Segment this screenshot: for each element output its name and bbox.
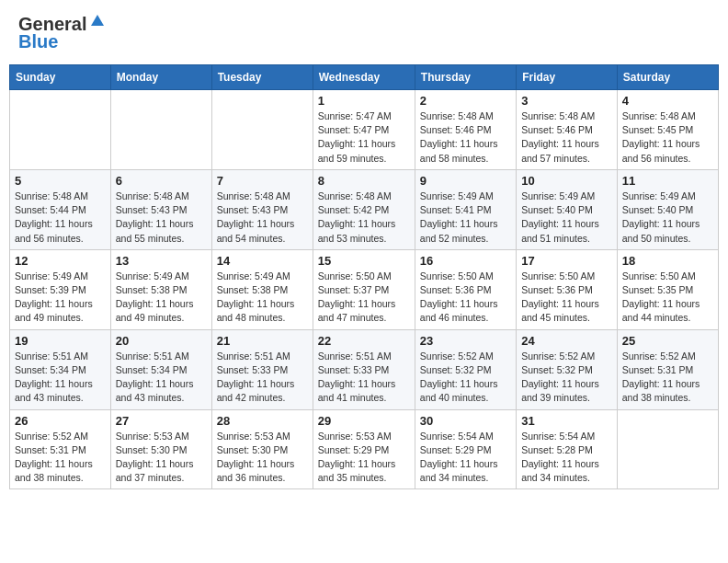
day-header-sunday: Sunday (10, 65, 111, 90)
day-number: 24 (521, 334, 612, 348)
calendar-cell: 12Sunrise: 5:49 AM Sunset: 5:39 PM Dayli… (10, 249, 111, 329)
week-row-4: 19Sunrise: 5:51 AM Sunset: 5:34 PM Dayli… (10, 329, 719, 409)
cell-content: Sunrise: 5:49 AM Sunset: 5:41 PM Dayligh… (420, 190, 511, 246)
day-number: 30 (420, 414, 511, 428)
cell-content: Sunrise: 5:53 AM Sunset: 5:30 PM Dayligh… (217, 430, 308, 486)
page-header: General Blue (9, 9, 719, 57)
calendar-body: 1Sunrise: 5:47 AM Sunset: 5:47 PM Daylig… (10, 90, 719, 489)
day-number: 12 (15, 254, 106, 268)
calendar-cell: 31Sunrise: 5:54 AM Sunset: 5:28 PM Dayli… (517, 409, 618, 489)
day-number: 18 (622, 254, 713, 268)
week-row-3: 12Sunrise: 5:49 AM Sunset: 5:39 PM Dayli… (10, 249, 719, 329)
day-number: 13 (116, 254, 207, 268)
calendar-cell: 6Sunrise: 5:48 AM Sunset: 5:43 PM Daylig… (110, 169, 211, 249)
day-number: 17 (521, 254, 612, 268)
cell-content: Sunrise: 5:48 AM Sunset: 5:46 PM Dayligh… (420, 109, 511, 166)
week-row-2: 5Sunrise: 5:48 AM Sunset: 5:44 PM Daylig… (10, 169, 719, 249)
logo: General Blue (18, 14, 106, 52)
cell-content: Sunrise: 5:52 AM Sunset: 5:31 PM Dayligh… (622, 350, 713, 406)
day-header-row: SundayMondayTuesdayWednesdayThursdayFrid… (10, 65, 719, 90)
day-header-thursday: Thursday (415, 65, 516, 90)
cell-content: Sunrise: 5:51 AM Sunset: 5:34 PM Dayligh… (15, 350, 106, 406)
calendar-cell: 11Sunrise: 5:49 AM Sunset: 5:40 PM Dayli… (617, 169, 718, 249)
day-number: 11 (622, 174, 713, 188)
logo-blue-text: Blue (18, 31, 58, 52)
calendar-cell: 1Sunrise: 5:47 AM Sunset: 5:47 PM Daylig… (313, 90, 415, 170)
week-row-5: 26Sunrise: 5:52 AM Sunset: 5:31 PM Dayli… (10, 409, 719, 489)
day-header-friday: Friday (517, 65, 618, 90)
calendar-cell: 2Sunrise: 5:48 AM Sunset: 5:46 PM Daylig… (415, 90, 516, 170)
calendar-cell: 8Sunrise: 5:48 AM Sunset: 5:42 PM Daylig… (313, 169, 415, 249)
calendar-cell: 17Sunrise: 5:50 AM Sunset: 5:36 PM Dayli… (517, 249, 618, 329)
calendar-cell (110, 90, 211, 170)
day-number: 16 (420, 254, 511, 268)
day-number: 20 (116, 334, 207, 348)
cell-content: Sunrise: 5:52 AM Sunset: 5:31 PM Dayligh… (15, 430, 106, 486)
day-header-monday: Monday (110, 65, 211, 90)
day-number: 19 (15, 334, 106, 348)
day-number: 3 (521, 94, 612, 108)
day-number: 14 (217, 254, 308, 268)
cell-content: Sunrise: 5:53 AM Sunset: 5:30 PM Dayligh… (116, 430, 207, 486)
calendar-cell: 26Sunrise: 5:52 AM Sunset: 5:31 PM Dayli… (10, 409, 111, 489)
day-number: 7 (217, 174, 308, 188)
day-header-wednesday: Wednesday (313, 65, 415, 90)
cell-content: Sunrise: 5:51 AM Sunset: 5:33 PM Dayligh… (217, 350, 308, 406)
day-number: 9 (420, 174, 511, 188)
cell-content: Sunrise: 5:54 AM Sunset: 5:29 PM Dayligh… (420, 430, 511, 486)
cell-content: Sunrise: 5:47 AM Sunset: 5:47 PM Dayligh… (318, 109, 410, 166)
cell-content: Sunrise: 5:54 AM Sunset: 5:28 PM Dayligh… (521, 430, 612, 486)
cell-content: Sunrise: 5:50 AM Sunset: 5:36 PM Dayligh… (521, 270, 612, 326)
calendar-cell: 22Sunrise: 5:51 AM Sunset: 5:33 PM Dayli… (313, 329, 415, 409)
calendar-cell (10, 90, 111, 170)
calendar-cell: 30Sunrise: 5:54 AM Sunset: 5:29 PM Dayli… (415, 409, 516, 489)
day-number: 4 (622, 94, 713, 108)
calendar-cell: 18Sunrise: 5:50 AM Sunset: 5:35 PM Dayli… (617, 249, 718, 329)
day-number: 27 (116, 414, 207, 428)
calendar-cell: 3Sunrise: 5:48 AM Sunset: 5:46 PM Daylig… (517, 90, 618, 170)
calendar-table: SundayMondayTuesdayWednesdayThursdayFrid… (9, 64, 719, 489)
day-number: 21 (217, 334, 308, 348)
calendar-cell: 7Sunrise: 5:48 AM Sunset: 5:43 PM Daylig… (211, 169, 313, 249)
calendar-cell: 19Sunrise: 5:51 AM Sunset: 5:34 PM Dayli… (10, 329, 111, 409)
logo-arrow-icon (89, 13, 106, 33)
day-number: 8 (318, 174, 410, 188)
calendar-cell: 29Sunrise: 5:53 AM Sunset: 5:29 PM Dayli… (313, 409, 415, 489)
day-number: 6 (116, 174, 207, 188)
day-number: 29 (318, 414, 410, 428)
day-header-tuesday: Tuesday (211, 65, 313, 90)
day-number: 2 (420, 94, 511, 108)
day-number: 1 (318, 94, 410, 108)
cell-content: Sunrise: 5:51 AM Sunset: 5:33 PM Dayligh… (318, 350, 410, 406)
day-number: 28 (217, 414, 308, 428)
cell-content: Sunrise: 5:48 AM Sunset: 5:44 PM Dayligh… (15, 190, 106, 246)
day-number: 15 (318, 254, 410, 268)
calendar-cell: 16Sunrise: 5:50 AM Sunset: 5:36 PM Dayli… (415, 249, 516, 329)
cell-content: Sunrise: 5:53 AM Sunset: 5:29 PM Dayligh… (318, 430, 410, 486)
cell-content: Sunrise: 5:49 AM Sunset: 5:38 PM Dayligh… (217, 270, 308, 326)
day-number: 25 (622, 334, 713, 348)
cell-content: Sunrise: 5:49 AM Sunset: 5:39 PM Dayligh… (15, 270, 106, 326)
calendar-cell: 9Sunrise: 5:49 AM Sunset: 5:41 PM Daylig… (415, 169, 516, 249)
calendar-cell: 5Sunrise: 5:48 AM Sunset: 5:44 PM Daylig… (10, 169, 111, 249)
calendar-cell: 27Sunrise: 5:53 AM Sunset: 5:30 PM Dayli… (110, 409, 211, 489)
day-number: 31 (521, 414, 612, 428)
calendar-cell: 28Sunrise: 5:53 AM Sunset: 5:30 PM Dayli… (211, 409, 313, 489)
cell-content: Sunrise: 5:51 AM Sunset: 5:34 PM Dayligh… (116, 350, 207, 406)
calendar-cell: 15Sunrise: 5:50 AM Sunset: 5:37 PM Dayli… (313, 249, 415, 329)
calendar-cell: 14Sunrise: 5:49 AM Sunset: 5:38 PM Dayli… (211, 249, 313, 329)
day-number: 22 (318, 334, 410, 348)
day-number: 26 (15, 414, 106, 428)
calendar-cell: 25Sunrise: 5:52 AM Sunset: 5:31 PM Dayli… (617, 329, 718, 409)
calendar-cell: 23Sunrise: 5:52 AM Sunset: 5:32 PM Dayli… (415, 329, 516, 409)
day-number: 23 (420, 334, 511, 348)
svg-marker-0 (91, 15, 104, 26)
cell-content: Sunrise: 5:48 AM Sunset: 5:42 PM Dayligh… (318, 190, 410, 246)
calendar-cell: 24Sunrise: 5:52 AM Sunset: 5:32 PM Dayli… (517, 329, 618, 409)
cell-content: Sunrise: 5:48 AM Sunset: 5:43 PM Dayligh… (116, 190, 207, 246)
calendar-cell: 13Sunrise: 5:49 AM Sunset: 5:38 PM Dayli… (110, 249, 211, 329)
cell-content: Sunrise: 5:50 AM Sunset: 5:36 PM Dayligh… (420, 270, 511, 326)
cell-content: Sunrise: 5:50 AM Sunset: 5:37 PM Dayligh… (318, 270, 410, 326)
week-row-1: 1Sunrise: 5:47 AM Sunset: 5:47 PM Daylig… (10, 90, 719, 170)
calendar-cell (211, 90, 313, 170)
